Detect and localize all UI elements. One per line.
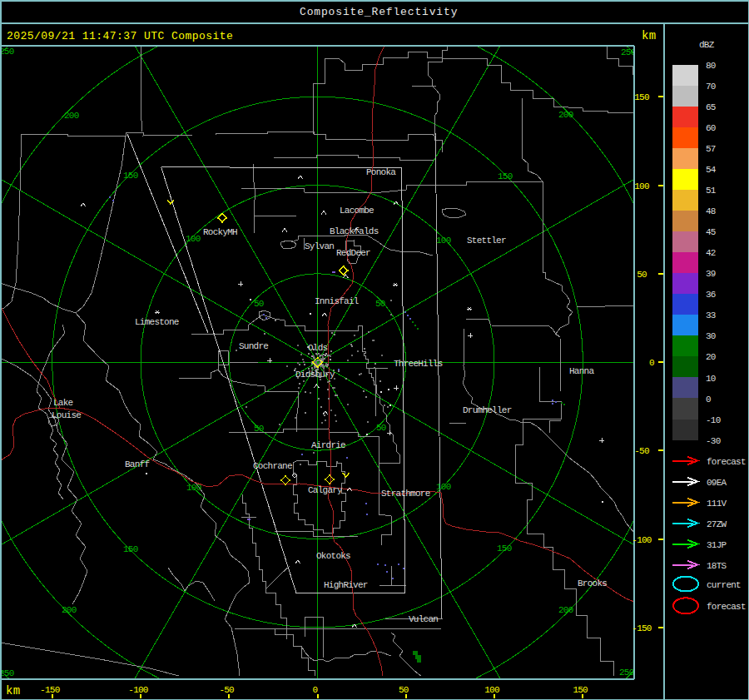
svg-text:RockyMH: RockyMH — [203, 227, 237, 237]
svg-text:forecast: forecast — [707, 457, 746, 467]
svg-text:0: 0 — [313, 685, 318, 695]
svg-text:ThreeHills: ThreeHills — [394, 359, 443, 369]
svg-text:111V: 111V — [707, 499, 727, 509]
svg-text:current: current — [707, 580, 741, 590]
svg-text:27ZW: 27ZW — [707, 519, 727, 529]
svg-text:Calgary: Calgary — [308, 485, 343, 495]
svg-text:Ponoka: Ponoka — [366, 167, 396, 177]
svg-text:33: 33 — [706, 310, 716, 320]
svg-text:Lake: Lake — [53, 398, 73, 408]
svg-text:150: 150 — [498, 171, 513, 181]
svg-text:-150: -150 — [40, 685, 60, 695]
svg-text:100: 100 — [436, 236, 451, 246]
svg-text:forecast: forecast — [707, 602, 746, 612]
svg-text:150: 150 — [123, 171, 138, 181]
svg-text:31JP: 31JP — [707, 540, 727, 550]
svg-text:dBZ: dBZ — [699, 40, 715, 50]
svg-text:Cochrane: Cochrane — [253, 461, 292, 471]
svg-text:Okotoks: Okotoks — [316, 551, 350, 561]
svg-text:Airdrie: Airdrie — [311, 440, 345, 450]
svg-text:100: 100 — [436, 482, 451, 492]
svg-text:km: km — [642, 29, 657, 42]
svg-text:65: 65 — [706, 102, 716, 112]
svg-text:20: 20 — [706, 352, 716, 362]
svg-text:70: 70 — [706, 82, 716, 92]
svg-text:-10: -10 — [706, 415, 721, 425]
svg-text:Composite_Reflectivity: Composite_Reflectivity — [300, 6, 458, 18]
svg-text:-50: -50 — [634, 446, 649, 456]
svg-text:100: 100 — [186, 234, 201, 244]
svg-text:Olds: Olds — [308, 343, 328, 353]
svg-text:57: 57 — [706, 144, 716, 154]
svg-text:Limestone: Limestone — [135, 317, 179, 327]
svg-text:-30: -30 — [706, 436, 721, 446]
svg-text:Innisfail: Innisfail — [315, 296, 359, 306]
svg-text:Stettler: Stettler — [467, 236, 506, 246]
svg-text:Hanna: Hanna — [569, 366, 594, 376]
svg-text:2025/09/21 11:47:37 UTC Compos: 2025/09/21 11:47:37 UTC Composite — [7, 30, 233, 42]
svg-text:200: 200 — [558, 605, 573, 615]
svg-text:0: 0 — [706, 395, 711, 405]
svg-text:18TS: 18TS — [707, 561, 727, 571]
svg-text:30: 30 — [706, 331, 716, 341]
svg-text:200: 200 — [558, 110, 573, 120]
svg-text:50: 50 — [637, 270, 647, 280]
svg-text:100: 100 — [186, 483, 201, 493]
svg-text:km: km — [6, 684, 21, 698]
svg-text:Banff: Banff — [125, 459, 149, 469]
svg-text:Sundre: Sundre — [239, 341, 268, 351]
svg-text:150: 150 — [634, 92, 649, 102]
svg-text:200: 200 — [64, 111, 79, 121]
svg-text:50: 50 — [375, 299, 385, 309]
svg-text:RedDeer: RedDeer — [336, 248, 370, 258]
svg-text:250: 250 — [619, 668, 634, 678]
svg-text:Lacombe: Lacombe — [340, 206, 374, 216]
svg-text:-100: -100 — [128, 685, 148, 695]
svg-text:Brooks: Brooks — [578, 578, 607, 588]
svg-text:51: 51 — [706, 186, 717, 196]
svg-text:36: 36 — [706, 290, 716, 300]
svg-text:-150: -150 — [632, 623, 652, 633]
svg-text:200: 200 — [62, 605, 77, 615]
svg-text:50: 50 — [254, 424, 264, 434]
svg-text:Didsbury: Didsbury — [295, 370, 335, 380]
svg-text:54: 54 — [706, 165, 717, 175]
svg-text:Louise: Louise — [52, 410, 81, 420]
svg-text:45: 45 — [706, 227, 716, 237]
svg-text:09EA: 09EA — [707, 478, 727, 488]
svg-text:10: 10 — [706, 374, 716, 384]
svg-text:39: 39 — [706, 269, 716, 279]
svg-text:50: 50 — [399, 685, 409, 695]
svg-text:42: 42 — [706, 248, 716, 258]
svg-text:150: 150 — [497, 544, 512, 554]
svg-text:Strathmore: Strathmore — [381, 489, 430, 499]
svg-text:250: 250 — [0, 47, 14, 57]
svg-text:Vulcan: Vulcan — [409, 614, 438, 624]
svg-text:150: 150 — [573, 685, 588, 695]
svg-text:100: 100 — [634, 181, 649, 191]
svg-text:50: 50 — [254, 299, 264, 309]
svg-text:Sylvan: Sylvan — [305, 241, 334, 251]
svg-text:80: 80 — [706, 61, 716, 71]
svg-text:100: 100 — [484, 685, 499, 695]
svg-text:250: 250 — [0, 668, 14, 678]
svg-text:60: 60 — [706, 123, 716, 133]
svg-text:150: 150 — [123, 544, 138, 554]
svg-text:50: 50 — [376, 423, 386, 433]
svg-text:HighRiver: HighRiver — [324, 580, 368, 590]
svg-text:-100: -100 — [632, 535, 652, 545]
svg-text:Drumheller: Drumheller — [463, 405, 512, 415]
svg-text:0: 0 — [649, 358, 654, 368]
svg-text:48: 48 — [706, 206, 716, 216]
svg-text:-50: -50 — [219, 685, 234, 695]
